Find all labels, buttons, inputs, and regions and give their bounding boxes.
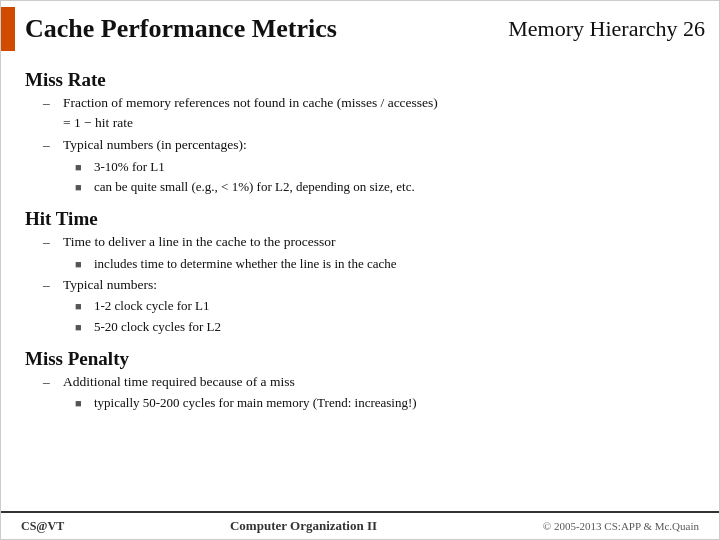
list-item: ■ typically 50-200 cycles for main memor… — [75, 394, 695, 412]
list-item: – Typical numbers (in percentages): — [43, 135, 695, 155]
header-left: Cache Performance Metrics — [1, 7, 337, 51]
slide-subtitle: Memory Hierarchy 26 — [508, 16, 705, 42]
dash-icon: – — [43, 232, 59, 252]
orange-accent-bar — [1, 7, 15, 51]
list-item: ■ 3-10% for L1 — [75, 158, 695, 176]
dash-icon: – — [43, 372, 59, 392]
sub-bullet-text: can be quite small (e.g., < 1%) for L2, … — [94, 178, 415, 196]
section-miss-rate: Miss Rate – Fraction of memory reference… — [25, 65, 695, 198]
list-item: – Typical numbers: — [43, 275, 695, 295]
section-title-miss-penalty: Miss Penalty — [25, 348, 695, 370]
dash-icon: – — [43, 275, 59, 295]
bullet-text: Additional time required because of a mi… — [63, 372, 295, 392]
list-item: – Fraction of memory references not foun… — [43, 93, 695, 132]
sub-bullet-text: 3-10% for L1 — [94, 158, 165, 176]
slide-content: Miss Rate – Fraction of memory reference… — [1, 57, 719, 511]
slide-title: Cache Performance Metrics — [25, 14, 337, 44]
footer-center: Computer Organization II — [230, 518, 377, 534]
list-item: ■ includes time to determine whether the… — [75, 255, 695, 273]
sub-bullet-text: 1-2 clock cycle for L1 — [94, 297, 210, 315]
sub-bullet-text: typically 50-200 cycles for main memory … — [94, 394, 417, 412]
square-bullet-icon: ■ — [75, 160, 89, 175]
list-item: ■ 5-20 clock cycles for L2 — [75, 318, 695, 336]
slide-header: Cache Performance Metrics Memory Hierarc… — [1, 1, 719, 57]
section-title-miss-rate: Miss Rate — [25, 69, 695, 91]
dash-icon: – — [43, 135, 59, 155]
bullet-text: Fraction of memory references not found … — [63, 93, 438, 132]
footer-right: © 2005-2013 CS:APP & Mc.Quain — [543, 520, 699, 532]
square-bullet-icon: ■ — [75, 396, 89, 411]
continuation-text: = 1 − hit rate — [63, 115, 133, 130]
bullet-text: Typical numbers (in percentages): — [63, 135, 247, 155]
square-bullet-icon: ■ — [75, 320, 89, 335]
sub-bullet-text: includes time to determine whether the l… — [94, 255, 397, 273]
square-bullet-icon: ■ — [75, 299, 89, 314]
bullet-text: Typical numbers: — [63, 275, 157, 295]
slide-footer: CS@VT Computer Organization II © 2005-20… — [1, 511, 719, 539]
list-item: – Time to deliver a line in the cache to… — [43, 232, 695, 252]
square-bullet-icon: ■ — [75, 257, 89, 272]
dash-icon: – — [43, 93, 59, 113]
sub-bullet-text: 5-20 clock cycles for L2 — [94, 318, 221, 336]
square-bullet-icon: ■ — [75, 180, 89, 195]
footer-left: CS@VT — [21, 519, 64, 534]
slide: Cache Performance Metrics Memory Hierarc… — [0, 0, 720, 540]
section-miss-penalty: Miss Penalty – Additional time required … — [25, 344, 695, 415]
section-hit-time: Hit Time – Time to deliver a line in the… — [25, 204, 695, 338]
list-item: ■ can be quite small (e.g., < 1%) for L2… — [75, 178, 695, 196]
list-item: – Additional time required because of a … — [43, 372, 695, 392]
section-title-hit-time: Hit Time — [25, 208, 695, 230]
list-item: ■ 1-2 clock cycle for L1 — [75, 297, 695, 315]
bullet-text: Time to deliver a line in the cache to t… — [63, 232, 335, 252]
